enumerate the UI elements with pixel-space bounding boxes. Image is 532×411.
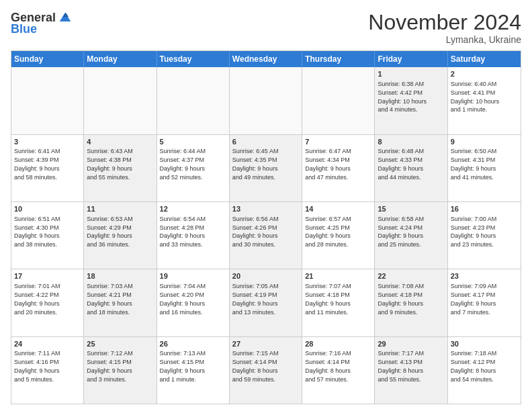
cal-cell-26: 26Sunrise: 7:13 AM Sunset: 4:15 PM Dayli… — [157, 337, 230, 404]
cal-cell-22: 22Sunrise: 7:08 AM Sunset: 4:18 PM Dayli… — [375, 269, 447, 336]
day-number: 12 — [160, 204, 226, 214]
cal-cell-1: 1Sunrise: 6:38 AM Sunset: 4:42 PM Daylig… — [375, 67, 447, 134]
svg-marker-1 — [63, 12, 69, 17]
day-info: Sunrise: 6:53 AM Sunset: 4:29 PM Dayligh… — [87, 216, 133, 248]
calendar: SundayMondayTuesdayWednesdayThursdayFrid… — [11, 50, 521, 404]
header-day-tuesday: Tuesday — [157, 51, 230, 67]
cal-cell-9: 9Sunrise: 6:50 AM Sunset: 4:31 PM Daylig… — [448, 135, 521, 201]
cal-cell-6: 6Sunrise: 6:45 AM Sunset: 4:35 PM Daylig… — [230, 135, 302, 201]
day-number: 28 — [305, 339, 371, 349]
day-number: 24 — [14, 339, 81, 349]
day-number: 26 — [160, 339, 226, 349]
day-number: 22 — [378, 271, 444, 281]
cal-row-1: 3Sunrise: 6:41 AM Sunset: 4:39 PM Daylig… — [11, 134, 521, 201]
day-number: 16 — [451, 204, 518, 214]
cal-cell-23: 23Sunrise: 7:09 AM Sunset: 4:17 PM Dayli… — [448, 269, 521, 336]
day-info: Sunrise: 7:01 AM Sunset: 4:22 PM Dayligh… — [14, 283, 60, 315]
title-block: November 2024 Lymanka, Ukraine — [368, 11, 521, 45]
cal-cell-29: 29Sunrise: 7:17 AM Sunset: 4:13 PM Dayli… — [375, 337, 447, 404]
day-info: Sunrise: 7:17 AM Sunset: 4:13 PM Dayligh… — [378, 350, 424, 382]
cal-cell-4: 4Sunrise: 6:43 AM Sunset: 4:38 PM Daylig… — [84, 135, 157, 201]
day-info: Sunrise: 6:44 AM Sunset: 4:37 PM Dayligh… — [160, 148, 206, 180]
cal-cell-17: 17Sunrise: 7:01 AM Sunset: 4:22 PM Dayli… — [11, 269, 84, 336]
day-info: Sunrise: 7:03 AM Sunset: 4:21 PM Dayligh… — [87, 283, 133, 315]
day-info: Sunrise: 6:47 AM Sunset: 4:34 PM Dayligh… — [305, 148, 351, 180]
day-number: 17 — [14, 271, 81, 281]
cal-cell-15: 15Sunrise: 6:58 AM Sunset: 4:24 PM Dayli… — [375, 202, 447, 269]
month-title: November 2024 — [368, 11, 521, 34]
day-info: Sunrise: 6:54 AM Sunset: 4:28 PM Dayligh… — [160, 216, 206, 248]
day-info: Sunrise: 7:12 AM Sunset: 4:15 PM Dayligh… — [87, 350, 133, 382]
day-number: 27 — [232, 339, 299, 349]
day-number: 14 — [305, 204, 371, 214]
location: Lymanka, Ukraine — [368, 34, 521, 45]
cal-row-3: 17Sunrise: 7:01 AM Sunset: 4:22 PM Dayli… — [11, 269, 521, 336]
calendar-body: 1Sunrise: 6:38 AM Sunset: 4:42 PM Daylig… — [11, 67, 521, 404]
day-info: Sunrise: 7:05 AM Sunset: 4:19 PM Dayligh… — [232, 283, 279, 315]
header-day-thursday: Thursday — [302, 51, 375, 67]
day-number: 25 — [87, 339, 153, 349]
cal-cell-8: 8Sunrise: 6:48 AM Sunset: 4:33 PM Daylig… — [375, 135, 447, 201]
cal-cell-13: 13Sunrise: 6:56 AM Sunset: 4:26 PM Dayli… — [230, 202, 302, 269]
day-info: Sunrise: 7:15 AM Sunset: 4:14 PM Dayligh… — [232, 350, 279, 382]
header-day-saturday: Saturday — [448, 51, 521, 67]
cal-row-2: 10Sunrise: 6:51 AM Sunset: 4:30 PM Dayli… — [11, 201, 521, 269]
page: General Blue November 2024 Lymanka, Ukra… — [0, 0, 532, 411]
day-number: 21 — [305, 271, 371, 281]
day-info: Sunrise: 6:38 AM Sunset: 4:42 PM Dayligh… — [378, 81, 427, 113]
cal-cell-19: 19Sunrise: 7:04 AM Sunset: 4:20 PM Dayli… — [157, 269, 230, 336]
day-number: 13 — [232, 204, 299, 214]
cal-cell-12: 12Sunrise: 6:54 AM Sunset: 4:28 PM Dayli… — [157, 202, 230, 269]
header-day-monday: Monday — [84, 51, 157, 67]
day-number: 30 — [451, 339, 518, 349]
day-info: Sunrise: 7:00 AM Sunset: 4:23 PM Dayligh… — [451, 216, 497, 248]
cal-cell-18: 18Sunrise: 7:03 AM Sunset: 4:21 PM Dayli… — [84, 269, 157, 336]
header-day-sunday: Sunday — [11, 51, 84, 67]
day-info: Sunrise: 6:48 AM Sunset: 4:33 PM Dayligh… — [378, 148, 424, 180]
day-number: 20 — [232, 271, 299, 281]
day-info: Sunrise: 7:09 AM Sunset: 4:17 PM Dayligh… — [451, 283, 497, 315]
cal-cell-28: 28Sunrise: 7:16 AM Sunset: 4:14 PM Dayli… — [302, 337, 375, 404]
day-number: 19 — [160, 271, 226, 281]
day-info: Sunrise: 7:07 AM Sunset: 4:18 PM Dayligh… — [305, 283, 351, 315]
day-info: Sunrise: 6:57 AM Sunset: 4:25 PM Dayligh… — [305, 216, 351, 248]
cal-cell-25: 25Sunrise: 7:12 AM Sunset: 4:15 PM Dayli… — [84, 337, 157, 404]
day-number: 18 — [87, 271, 153, 281]
day-info: Sunrise: 6:41 AM Sunset: 4:39 PM Dayligh… — [14, 148, 60, 180]
cal-cell-11: 11Sunrise: 6:53 AM Sunset: 4:29 PM Dayli… — [84, 202, 157, 269]
day-info: Sunrise: 7:16 AM Sunset: 4:14 PM Dayligh… — [305, 350, 351, 382]
day-number: 23 — [451, 271, 518, 281]
day-number: 29 — [378, 339, 444, 349]
cal-cell-2: 2Sunrise: 6:40 AM Sunset: 4:41 PM Daylig… — [448, 67, 521, 134]
cal-cell-empty-0-4 — [302, 67, 375, 134]
day-number: 4 — [87, 137, 153, 147]
header: General Blue November 2024 Lymanka, Ukra… — [11, 11, 521, 45]
day-number: 3 — [14, 137, 81, 147]
cal-cell-30: 30Sunrise: 7:18 AM Sunset: 4:12 PM Dayli… — [448, 337, 521, 404]
day-number: 11 — [87, 204, 153, 214]
cal-cell-27: 27Sunrise: 7:15 AM Sunset: 4:14 PM Dayli… — [230, 337, 302, 404]
day-number: 1 — [378, 69, 444, 79]
day-info: Sunrise: 7:13 AM Sunset: 4:15 PM Dayligh… — [160, 350, 206, 382]
cal-cell-20: 20Sunrise: 7:05 AM Sunset: 4:19 PM Dayli… — [230, 269, 302, 336]
day-number: 9 — [451, 137, 518, 147]
cal-cell-empty-0-3 — [230, 67, 302, 134]
cal-cell-21: 21Sunrise: 7:07 AM Sunset: 4:18 PM Dayli… — [302, 269, 375, 336]
cal-row-0: 1Sunrise: 6:38 AM Sunset: 4:42 PM Daylig… — [11, 67, 521, 134]
header-day-friday: Friday — [375, 51, 447, 67]
logo-icon — [58, 11, 72, 25]
day-number: 10 — [14, 204, 81, 214]
day-info: Sunrise: 6:43 AM Sunset: 4:38 PM Dayligh… — [87, 148, 133, 180]
day-info: Sunrise: 7:18 AM Sunset: 4:12 PM Dayligh… — [451, 350, 497, 382]
cal-cell-empty-0-2 — [157, 67, 230, 134]
header-day-wednesday: Wednesday — [230, 51, 302, 67]
day-info: Sunrise: 6:58 AM Sunset: 4:24 PM Dayligh… — [378, 216, 424, 248]
day-info: Sunrise: 6:51 AM Sunset: 4:30 PM Dayligh… — [14, 216, 60, 248]
day-number: 6 — [232, 137, 299, 147]
cal-cell-10: 10Sunrise: 6:51 AM Sunset: 4:30 PM Dayli… — [11, 202, 84, 269]
logo-blue: Blue — [11, 22, 37, 36]
day-number: 7 — [305, 137, 371, 147]
logo: General Blue — [11, 11, 72, 36]
day-number: 2 — [451, 69, 518, 79]
cal-cell-empty-0-1 — [84, 67, 157, 134]
